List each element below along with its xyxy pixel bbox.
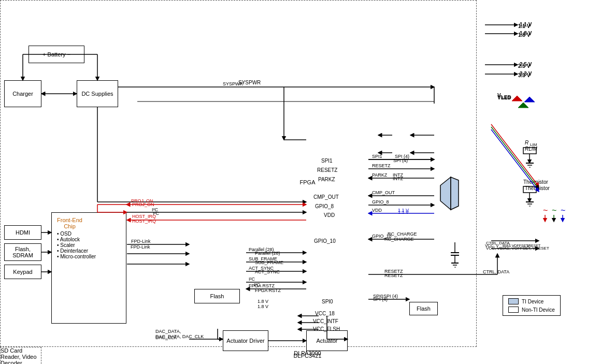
svg-text:Thermistor: Thermistor <box>523 179 548 185</box>
deinterlacer-item: • Deinterlacer <box>57 248 96 254</box>
dlpc3421-label: DLPC3421 <box>294 353 322 359</box>
rlim-label: RLIM <box>525 146 537 152</box>
svg-line-122 <box>491 124 539 186</box>
host-irq-label: HOST_IRQ <box>132 219 156 224</box>
keypad-box: Keypad <box>4 265 41 279</box>
actuator-driver-box: Actuator Driver <box>223 330 268 351</box>
block-diagram: + Battery − Charger DC Supplies HDMI Fla… <box>0 0 615 364</box>
gpio10-label: GPIO_10 <box>314 238 336 244</box>
osd-item: • OSD <box>57 231 96 237</box>
sub-frame-label: SUB_FRAME <box>255 260 283 265</box>
flash-spi-box: Flash <box>409 302 438 315</box>
i2c-label-2: I²C <box>254 282 260 287</box>
svg-marker-81 <box>524 97 535 102</box>
svg-line-123 <box>491 127 539 189</box>
svg-marker-82 <box>518 103 528 108</box>
v18-out-label: 1.8 V <box>518 32 530 38</box>
flash-fpga-box: Flash <box>194 289 240 303</box>
proj-on-label: PROJ_ON <box>132 202 154 207</box>
autolock-item: • Autolock <box>57 237 96 242</box>
cmp-out-label: CMP_OUT <box>313 194 339 200</box>
battery-label: + Battery − <box>42 51 70 57</box>
frontend-chip-box: Front-EndChip • OSD • Autolock • Scaler … <box>51 212 126 324</box>
ctrl-data-label: CTRL, DATA <box>483 269 509 274</box>
syspwr-label: SYSPWR <box>223 81 243 86</box>
svg-text:~: ~ <box>552 206 556 215</box>
legend-non-ti-label: Non-TI Device <box>522 307 555 313</box>
vled-label: VLED <box>497 95 511 100</box>
vcc-intf-label: VCC_INTF <box>313 318 338 324</box>
v11-label: 1.1 V <box>518 23 530 29</box>
dc-supplies-box: DC Supplies <box>77 80 118 107</box>
scaler-item: • Scaler <box>57 242 96 248</box>
v25-label: 2.5 V <box>518 63 530 69</box>
fpd-link-label: FPD-Link <box>131 244 150 250</box>
flash-sdram-box: Flash, SDRAM <box>4 243 41 261</box>
spi4-2-label: SPI (4) <box>373 297 388 302</box>
charger-label: Charger <box>12 91 33 97</box>
spi4-label: SPI (4) <box>393 158 408 163</box>
spio-label: SPI0 <box>322 299 333 304</box>
svg-marker-80 <box>512 96 522 101</box>
thermistor-label: Thermistor <box>525 185 550 191</box>
flash-sdram-label: Flash, SDRAM <box>5 246 41 258</box>
legend-ti: TI Device <box>508 298 555 304</box>
dac-label: DAC_DATA, DAC_CLK <box>155 334 204 339</box>
sdcard-box: SD Card Reader, Video Decoder <box>0 347 41 364</box>
gpio8-label: GPIO_8 <box>315 203 334 209</box>
vcc-flsh-label: VCC_FLSH <box>313 326 340 332</box>
charger-box: Charger <box>4 80 41 107</box>
i2c-label-1: I²C <box>153 211 159 216</box>
svg-text:CTRL, DATA: CTRL, DATA <box>486 241 510 245</box>
hdmi-box: HDMI <box>4 225 41 240</box>
microcontroller-item: • Micro-controller <box>57 254 96 259</box>
keypad-label: Keypad <box>13 269 32 275</box>
actuator-box: Actuator <box>306 330 348 351</box>
flash-spi-label: Flash <box>417 305 431 312</box>
v11-2-label: 1.1 V <box>398 210 409 215</box>
vdd-label: VDD <box>324 212 335 218</box>
act-sync-label: ACT_SYNC <box>255 269 280 274</box>
fpga-label: FPGA <box>300 179 316 185</box>
vcc-vbias-label: VCC, VBIAS, VOFFSET, VRESET <box>486 246 549 251</box>
svg-text:~: ~ <box>561 206 565 215</box>
legend-non-ti: Non-TI Device <box>508 307 555 313</box>
parkz-label: PARKZ <box>318 177 335 182</box>
vcc18-label: VCC_18 <box>315 311 335 316</box>
sdcard-label: SD Card Reader, Video Decoder <box>1 347 37 364</box>
legend-ti-label: TI Device <box>522 299 544 304</box>
actuator-label: Actuator <box>317 338 338 344</box>
legend: TI Device Non-TI Device <box>503 295 561 316</box>
flash-fpga-label: Flash <box>210 293 224 299</box>
svg-line-124 <box>491 129 539 192</box>
spi1-label: SPI1 <box>321 158 333 164</box>
rc-charge-label: RC_CHARGE <box>384 237 414 242</box>
resetz-label: RESETZ <box>317 167 337 173</box>
frontend-chip-label: Front-EndChip <box>57 217 82 229</box>
fpga-rstz-label: FPGA RSTZ <box>255 288 281 293</box>
v18-2-label: 1.8 V <box>258 304 268 309</box>
battery-box: + Battery − <box>28 46 84 63</box>
svg-text:~: ~ <box>543 206 548 215</box>
actuator-driver-label: Actuator Driver <box>226 338 264 344</box>
dc-supplies-label: DC Supplies <box>81 91 113 97</box>
svg-text:R: R <box>525 140 528 145</box>
intz-label: INTZ <box>393 176 403 181</box>
parallel28-label: Parallel (28) <box>255 251 280 256</box>
hdmi-label: HDMI <box>16 229 30 236</box>
v33-label: 3.3 V <box>518 72 530 78</box>
resetz2-label: RESETZ <box>384 273 403 278</box>
